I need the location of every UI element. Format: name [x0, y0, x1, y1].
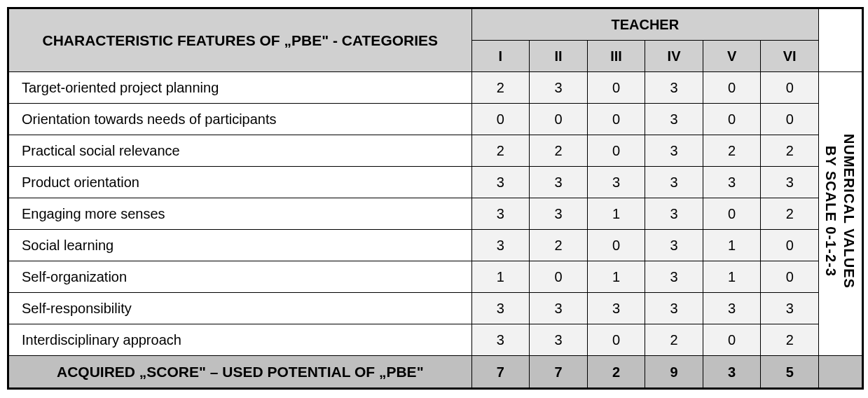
val: 3: [471, 324, 530, 356]
table-row: Product orientation 3 3 3 3 3 3: [9, 167, 862, 198]
val: 1: [703, 261, 761, 293]
row-label: Engaging more senses: [9, 198, 472, 230]
val: 0: [471, 104, 530, 135]
val: 0: [703, 72, 761, 104]
val: 1: [703, 230, 761, 261]
val: 0: [530, 104, 588, 135]
row-label: Orientation towards needs of participant…: [9, 104, 472, 135]
val: 0: [587, 230, 645, 261]
table-row: Social learning 3 2 0 3 1 0: [9, 230, 862, 261]
side-label: NUMERICAL VALUES BY SCALE 0-1-2-3: [818, 72, 862, 356]
val: 0: [761, 261, 819, 293]
val: 3: [645, 198, 703, 230]
footer-label: ACQUIRED „SCORE" – USED POTENTIAL OF „PB…: [9, 356, 472, 388]
val: 2: [530, 135, 588, 167]
footer-row: ACQUIRED „SCORE" – USED POTENTIAL OF „PB…: [9, 356, 862, 388]
header-teacher: TEACHER: [471, 9, 818, 41]
val: 0: [761, 104, 819, 135]
val: 2: [645, 324, 703, 356]
table-row: Interdisciplinary approach 3 3 0 2 0 2: [9, 324, 862, 356]
val: 0: [530, 261, 588, 293]
val: 0: [703, 198, 761, 230]
col-vi: VI: [761, 41, 819, 72]
val: 3: [761, 167, 819, 198]
val: 3: [645, 230, 703, 261]
header-categories: CHARACTERISTIC FEATURES OF „PBE" - CATEG…: [9, 9, 472, 72]
val: 2: [471, 135, 530, 167]
val: 3: [530, 293, 588, 324]
val: 2: [703, 135, 761, 167]
footer-val: 7: [471, 356, 530, 388]
val: 3: [645, 167, 703, 198]
val: 1: [471, 261, 530, 293]
footer-val: 5: [761, 356, 819, 388]
val: 3: [703, 167, 761, 198]
val: 3: [645, 135, 703, 167]
table-row: Practical social relevance 2 2 0 3 2 2: [9, 135, 862, 167]
side-blank-top: [818, 9, 862, 72]
val: 0: [587, 104, 645, 135]
val: 3: [471, 230, 530, 261]
val: 0: [761, 72, 819, 104]
val: 3: [471, 293, 530, 324]
pbe-table: CHARACTERISTIC FEATURES OF „PBE" - CATEG…: [7, 7, 864, 390]
col-iii: III: [587, 41, 645, 72]
val: 3: [471, 198, 530, 230]
row-label: Practical social relevance: [9, 135, 472, 167]
table-row: Orientation towards needs of participant…: [9, 104, 862, 135]
val: 2: [471, 72, 530, 104]
val: 3: [530, 167, 588, 198]
side-line2: BY SCALE 0-1-2-3: [823, 146, 839, 277]
val: 0: [587, 324, 645, 356]
row-label: Target-oriented project planning: [9, 72, 472, 104]
val: 0: [703, 324, 761, 356]
val: 3: [530, 324, 588, 356]
col-v: V: [703, 41, 761, 72]
side-blank-bottom: [818, 356, 862, 388]
col-ii: II: [530, 41, 588, 72]
table-row: Self-responsibility 3 3 3 3 3 3: [9, 293, 862, 324]
val: 3: [530, 198, 588, 230]
val: 3: [587, 293, 645, 324]
val: 2: [530, 230, 588, 261]
val: 3: [645, 293, 703, 324]
footer-val: 3: [703, 356, 761, 388]
row-label: Social learning: [9, 230, 472, 261]
val: 2: [761, 135, 819, 167]
table-row: Self-organization 1 0 1 3 1 0: [9, 261, 862, 293]
val: 1: [587, 198, 645, 230]
val: 3: [587, 167, 645, 198]
val: 3: [645, 261, 703, 293]
val: 2: [761, 324, 819, 356]
val: 3: [703, 293, 761, 324]
val: 0: [587, 72, 645, 104]
val: 0: [703, 104, 761, 135]
val: 3: [645, 104, 703, 135]
val: 0: [587, 135, 645, 167]
table-row: Engaging more senses 3 3 1 3 0 2: [9, 198, 862, 230]
footer-val: 9: [645, 356, 703, 388]
val: 1: [587, 261, 645, 293]
val: 3: [530, 72, 588, 104]
footer-val: 2: [587, 356, 645, 388]
val: 3: [645, 72, 703, 104]
col-i: I: [471, 41, 530, 72]
row-label: Product orientation: [9, 167, 472, 198]
col-iv: IV: [645, 41, 703, 72]
val: 0: [761, 230, 819, 261]
val: 2: [761, 198, 819, 230]
side-line1: NUMERICAL VALUES: [841, 134, 857, 289]
row-label: Interdisciplinary approach: [9, 324, 472, 356]
val: 3: [761, 293, 819, 324]
row-label: Self-responsibility: [9, 293, 472, 324]
table-row: Target-oriented project planning 2 3 0 3…: [9, 72, 862, 104]
footer-val: 7: [530, 356, 588, 388]
val: 3: [471, 167, 530, 198]
row-label: Self-organization: [9, 261, 472, 293]
